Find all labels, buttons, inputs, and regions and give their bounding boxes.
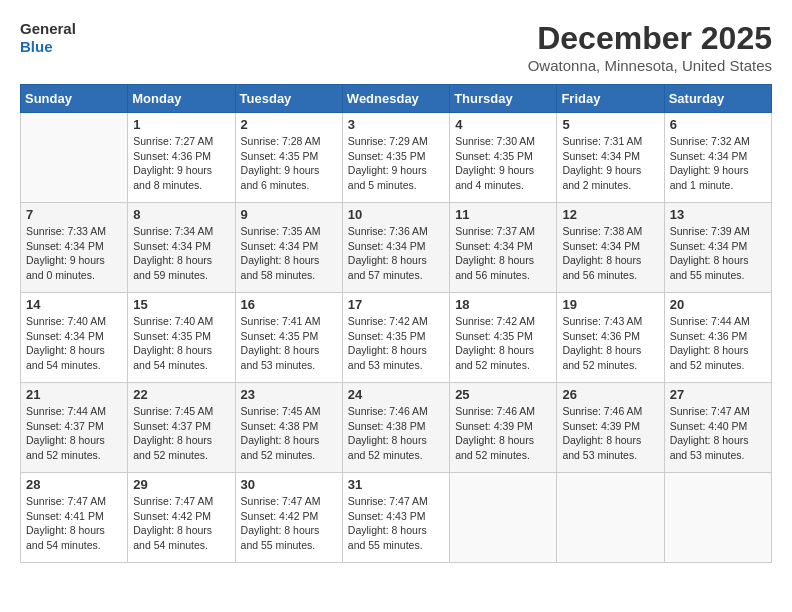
header-day-saturday: Saturday xyxy=(664,85,771,113)
calendar-cell: 5Sunrise: 7:31 AM Sunset: 4:34 PM Daylig… xyxy=(557,113,664,203)
day-number: 28 xyxy=(26,477,122,492)
cell-info: Sunrise: 7:40 AM Sunset: 4:35 PM Dayligh… xyxy=(133,314,229,373)
calendar-cell: 18Sunrise: 7:42 AM Sunset: 4:35 PM Dayli… xyxy=(450,293,557,383)
day-number: 11 xyxy=(455,207,551,222)
day-number: 9 xyxy=(241,207,337,222)
day-number: 22 xyxy=(133,387,229,402)
cell-info: Sunrise: 7:37 AM Sunset: 4:34 PM Dayligh… xyxy=(455,224,551,283)
calendar-cell: 9Sunrise: 7:35 AM Sunset: 4:34 PM Daylig… xyxy=(235,203,342,293)
week-row-3: 21Sunrise: 7:44 AM Sunset: 4:37 PM Dayli… xyxy=(21,383,772,473)
cell-info: Sunrise: 7:28 AM Sunset: 4:35 PM Dayligh… xyxy=(241,134,337,193)
cell-info: Sunrise: 7:40 AM Sunset: 4:34 PM Dayligh… xyxy=(26,314,122,373)
week-row-0: 1Sunrise: 7:27 AM Sunset: 4:36 PM Daylig… xyxy=(21,113,772,203)
calendar-cell: 31Sunrise: 7:47 AM Sunset: 4:43 PM Dayli… xyxy=(342,473,449,563)
day-number: 4 xyxy=(455,117,551,132)
calendar-cell: 26Sunrise: 7:46 AM Sunset: 4:39 PM Dayli… xyxy=(557,383,664,473)
day-number: 21 xyxy=(26,387,122,402)
calendar-cell xyxy=(21,113,128,203)
cell-info: Sunrise: 7:35 AM Sunset: 4:34 PM Dayligh… xyxy=(241,224,337,283)
calendar-cell: 17Sunrise: 7:42 AM Sunset: 4:35 PM Dayli… xyxy=(342,293,449,383)
calendar-cell: 16Sunrise: 7:41 AM Sunset: 4:35 PM Dayli… xyxy=(235,293,342,383)
calendar-cell: 23Sunrise: 7:45 AM Sunset: 4:38 PM Dayli… xyxy=(235,383,342,473)
week-row-2: 14Sunrise: 7:40 AM Sunset: 4:34 PM Dayli… xyxy=(21,293,772,383)
calendar-table: SundayMondayTuesdayWednesdayThursdayFrid… xyxy=(20,84,772,563)
cell-info: Sunrise: 7:33 AM Sunset: 4:34 PM Dayligh… xyxy=(26,224,122,283)
cell-info: Sunrise: 7:41 AM Sunset: 4:35 PM Dayligh… xyxy=(241,314,337,373)
cell-info: Sunrise: 7:34 AM Sunset: 4:34 PM Dayligh… xyxy=(133,224,229,283)
calendar-cell xyxy=(557,473,664,563)
cell-info: Sunrise: 7:32 AM Sunset: 4:34 PM Dayligh… xyxy=(670,134,766,193)
day-number: 12 xyxy=(562,207,658,222)
day-number: 10 xyxy=(348,207,444,222)
month-title: December 2025 xyxy=(528,20,772,57)
calendar-cell: 21Sunrise: 7:44 AM Sunset: 4:37 PM Dayli… xyxy=(21,383,128,473)
cell-info: Sunrise: 7:46 AM Sunset: 4:39 PM Dayligh… xyxy=(562,404,658,463)
page-header: General Blue General Blue December 2025 … xyxy=(20,20,772,74)
cell-info: Sunrise: 7:31 AM Sunset: 4:34 PM Dayligh… xyxy=(562,134,658,193)
day-number: 16 xyxy=(241,297,337,312)
cell-info: Sunrise: 7:39 AM Sunset: 4:34 PM Dayligh… xyxy=(670,224,766,283)
calendar-cell: 22Sunrise: 7:45 AM Sunset: 4:37 PM Dayli… xyxy=(128,383,235,473)
header-day-monday: Monday xyxy=(128,85,235,113)
calendar-cell: 1Sunrise: 7:27 AM Sunset: 4:36 PM Daylig… xyxy=(128,113,235,203)
logo-line2: Blue xyxy=(20,38,76,56)
calendar-cell: 10Sunrise: 7:36 AM Sunset: 4:34 PM Dayli… xyxy=(342,203,449,293)
calendar-cell: 13Sunrise: 7:39 AM Sunset: 4:34 PM Dayli… xyxy=(664,203,771,293)
cell-info: Sunrise: 7:47 AM Sunset: 4:43 PM Dayligh… xyxy=(348,494,444,553)
week-row-4: 28Sunrise: 7:47 AM Sunset: 4:41 PM Dayli… xyxy=(21,473,772,563)
logo: General Blue General Blue xyxy=(20,20,76,56)
day-number: 26 xyxy=(562,387,658,402)
day-number: 15 xyxy=(133,297,229,312)
day-number: 24 xyxy=(348,387,444,402)
calendar-cell: 11Sunrise: 7:37 AM Sunset: 4:34 PM Dayli… xyxy=(450,203,557,293)
calendar-cell: 25Sunrise: 7:46 AM Sunset: 4:39 PM Dayli… xyxy=(450,383,557,473)
calendar-cell: 20Sunrise: 7:44 AM Sunset: 4:36 PM Dayli… xyxy=(664,293,771,383)
day-number: 29 xyxy=(133,477,229,492)
calendar-cell: 24Sunrise: 7:46 AM Sunset: 4:38 PM Dayli… xyxy=(342,383,449,473)
cell-info: Sunrise: 7:42 AM Sunset: 4:35 PM Dayligh… xyxy=(348,314,444,373)
calendar-cell: 2Sunrise: 7:28 AM Sunset: 4:35 PM Daylig… xyxy=(235,113,342,203)
day-number: 17 xyxy=(348,297,444,312)
day-number: 20 xyxy=(670,297,766,312)
calendar-cell: 29Sunrise: 7:47 AM Sunset: 4:42 PM Dayli… xyxy=(128,473,235,563)
day-number: 25 xyxy=(455,387,551,402)
header-row: SundayMondayTuesdayWednesdayThursdayFrid… xyxy=(21,85,772,113)
day-number: 30 xyxy=(241,477,337,492)
calendar-cell: 3Sunrise: 7:29 AM Sunset: 4:35 PM Daylig… xyxy=(342,113,449,203)
calendar-cell: 6Sunrise: 7:32 AM Sunset: 4:34 PM Daylig… xyxy=(664,113,771,203)
cell-info: Sunrise: 7:45 AM Sunset: 4:38 PM Dayligh… xyxy=(241,404,337,463)
header-day-friday: Friday xyxy=(557,85,664,113)
logo-line1: General xyxy=(20,20,76,38)
cell-info: Sunrise: 7:44 AM Sunset: 4:36 PM Dayligh… xyxy=(670,314,766,373)
day-number: 5 xyxy=(562,117,658,132)
calendar-cell: 12Sunrise: 7:38 AM Sunset: 4:34 PM Dayli… xyxy=(557,203,664,293)
day-number: 2 xyxy=(241,117,337,132)
calendar-cell: 8Sunrise: 7:34 AM Sunset: 4:34 PM Daylig… xyxy=(128,203,235,293)
cell-info: Sunrise: 7:42 AM Sunset: 4:35 PM Dayligh… xyxy=(455,314,551,373)
calendar-cell xyxy=(450,473,557,563)
calendar-cell: 4Sunrise: 7:30 AM Sunset: 4:35 PM Daylig… xyxy=(450,113,557,203)
calendar-cell: 15Sunrise: 7:40 AM Sunset: 4:35 PM Dayli… xyxy=(128,293,235,383)
day-number: 31 xyxy=(348,477,444,492)
header-day-wednesday: Wednesday xyxy=(342,85,449,113)
header-day-thursday: Thursday xyxy=(450,85,557,113)
cell-info: Sunrise: 7:27 AM Sunset: 4:36 PM Dayligh… xyxy=(133,134,229,193)
cell-info: Sunrise: 7:47 AM Sunset: 4:42 PM Dayligh… xyxy=(241,494,337,553)
day-number: 23 xyxy=(241,387,337,402)
calendar-cell: 28Sunrise: 7:47 AM Sunset: 4:41 PM Dayli… xyxy=(21,473,128,563)
calendar-cell: 14Sunrise: 7:40 AM Sunset: 4:34 PM Dayli… xyxy=(21,293,128,383)
cell-info: Sunrise: 7:46 AM Sunset: 4:39 PM Dayligh… xyxy=(455,404,551,463)
cell-info: Sunrise: 7:47 AM Sunset: 4:40 PM Dayligh… xyxy=(670,404,766,463)
day-number: 18 xyxy=(455,297,551,312)
day-number: 7 xyxy=(26,207,122,222)
calendar-cell xyxy=(664,473,771,563)
calendar-header: SundayMondayTuesdayWednesdayThursdayFrid… xyxy=(21,85,772,113)
cell-info: Sunrise: 7:46 AM Sunset: 4:38 PM Dayligh… xyxy=(348,404,444,463)
header-day-tuesday: Tuesday xyxy=(235,85,342,113)
day-number: 14 xyxy=(26,297,122,312)
day-number: 3 xyxy=(348,117,444,132)
day-number: 8 xyxy=(133,207,229,222)
cell-info: Sunrise: 7:36 AM Sunset: 4:34 PM Dayligh… xyxy=(348,224,444,283)
cell-info: Sunrise: 7:47 AM Sunset: 4:41 PM Dayligh… xyxy=(26,494,122,553)
week-row-1: 7Sunrise: 7:33 AM Sunset: 4:34 PM Daylig… xyxy=(21,203,772,293)
